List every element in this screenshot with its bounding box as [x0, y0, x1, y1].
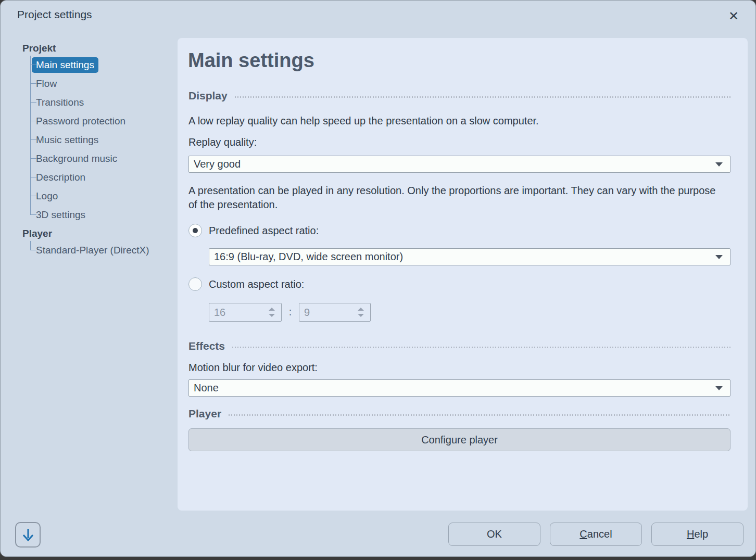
radio-button-icon — [188, 277, 202, 291]
section-label: Effects — [188, 340, 225, 352]
motion-blur-select[interactable]: None — [188, 379, 730, 397]
sidebar-item-label: Background music — [36, 153, 117, 164]
window-title: Project settings — [17, 8, 92, 21]
replay-quality-label: Replay quality: — [188, 135, 257, 149]
dotted-rule — [232, 347, 730, 348]
chevron-down-icon — [715, 162, 723, 167]
selected-value: 16:9 (Blu-ray, DVD, wide screen monitor) — [214, 251, 711, 263]
radio-label: Custom aspect ratio: — [209, 278, 304, 290]
aspect-height-value: 9 — [304, 307, 310, 319]
aspect-width-value: 16 — [214, 307, 225, 319]
configure-player-button[interactable]: Configure player — [188, 428, 730, 451]
close-button[interactable]: ✕ — [724, 7, 743, 26]
resolution-hint: A presentation can be played in any reso… — [188, 184, 720, 212]
sidebar-item-music-settings[interactable]: Music settings — [22, 131, 179, 149]
sidebar-item-label: Flow — [36, 78, 57, 90]
section-display: Display — [188, 88, 730, 103]
custom-aspect-radio[interactable]: Custom aspect ratio: — [188, 277, 304, 291]
selected-value: Very good — [194, 158, 711, 170]
sidebar-item-main-settings[interactable]: Main settings — [22, 56, 179, 74]
spin-up-icon[interactable] — [269, 308, 275, 311]
radio-label: Predefined aspect ratio: — [209, 225, 319, 237]
predefined-aspect-radio[interactable]: Predefined aspect ratio: — [188, 223, 319, 238]
sidebar-item-description[interactable]: Description — [22, 168, 179, 187]
down-arrow-icon — [20, 527, 36, 543]
sidebar-item-label: Main settings — [32, 57, 98, 73]
sidebar-item-label: Logo — [36, 190, 58, 202]
sidebar-item-label: Transitions — [36, 97, 84, 108]
sidebar-item-transitions[interactable]: Transitions — [22, 93, 179, 112]
sidebar-item-label: Standard-Player (DirectX) — [36, 245, 149, 256]
dotted-rule — [235, 96, 730, 98]
page-title: Main settings — [188, 49, 314, 72]
cancel-button[interactable]: Cancel — [550, 523, 642, 546]
chevron-down-icon — [715, 255, 723, 259]
radio-button-icon — [188, 224, 202, 237]
ok-button[interactable]: OK — [448, 523, 540, 546]
spin-up-icon[interactable] — [358, 308, 364, 311]
expand-dialog-button[interactable] — [15, 522, 41, 548]
sidebar-item-label: 3D settings — [36, 209, 85, 221]
settings-panel: Main settings Display A low replay quali… — [178, 38, 748, 511]
spin-down-icon[interactable] — [358, 314, 364, 317]
sidebar-item-3d-settings[interactable]: 3D settings — [22, 206, 179, 224]
sidebar-group-label-player: Player — [22, 226, 179, 241]
aspect-height-input[interactable]: 9 — [299, 303, 371, 322]
sidebar-item-flow[interactable]: Flow — [22, 74, 179, 93]
sidebar-item-standard-player-directx[interactable]: Standard-Player (DirectX) — [22, 241, 179, 260]
replay-quality-hint: A low replay quality can help speed up t… — [188, 114, 539, 128]
section-effects: Effects — [188, 339, 730, 353]
section-label: Display — [188, 90, 228, 102]
replay-quality-select[interactable]: Very good — [188, 156, 730, 173]
ratio-separator: : — [282, 303, 299, 322]
sidebar-item-password-protection[interactable]: Password protection — [22, 112, 179, 131]
section-label: Player — [188, 408, 221, 420]
sidebar-tree: ProjektMain settingsFlowTransitionsPassw… — [22, 41, 179, 260]
selected-value: None — [194, 382, 711, 394]
sidebar-item-label: Description — [36, 172, 85, 183]
sidebar-group-label-projekt: Projekt — [22, 41, 179, 56]
motion-blur-label: Motion blur for video export: — [188, 361, 318, 375]
chevron-down-icon — [715, 386, 723, 390]
sidebar-item-background-music[interactable]: Background music — [22, 149, 179, 168]
aspect-ratio-select[interactable]: 16:9 (Blu-ray, DVD, wide screen monitor) — [209, 248, 730, 265]
aspect-width-input[interactable]: 16 — [209, 303, 282, 322]
section-player: Player — [188, 406, 730, 421]
sidebar-item-logo[interactable]: Logo — [22, 187, 179, 206]
project-settings-dialog: Project settings ✕ ProjektMain settingsF… — [0, 0, 756, 557]
sidebar-item-label: Password protection — [36, 116, 125, 127]
help-button[interactable]: Help — [651, 523, 744, 546]
spin-down-icon[interactable] — [269, 314, 275, 317]
sidebar-item-label: Music settings — [36, 134, 98, 146]
dotted-rule — [229, 414, 730, 416]
close-icon: ✕ — [728, 9, 739, 23]
